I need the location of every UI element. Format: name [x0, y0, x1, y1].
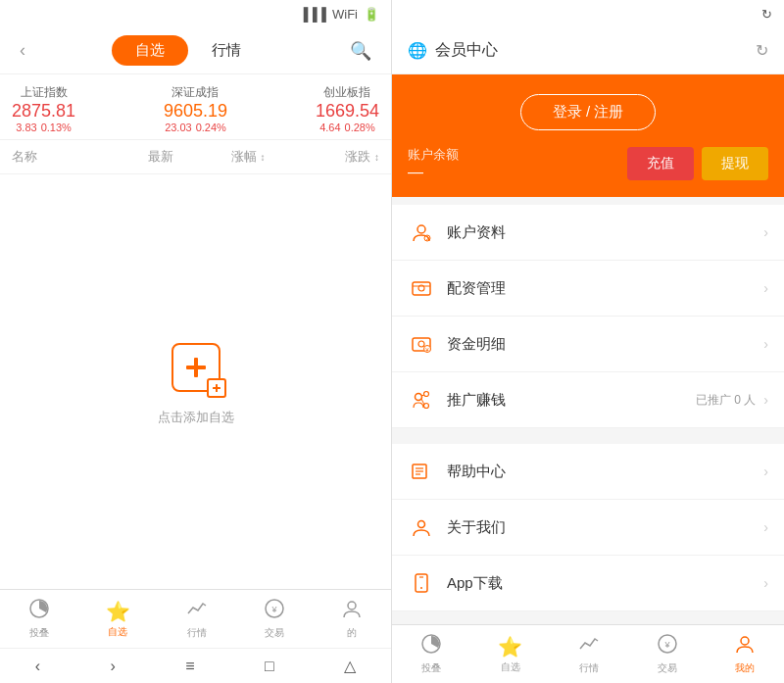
menu-promote-extra: 已推广 0 人 — [696, 392, 756, 409]
menu-help[interactable]: 帮助中心 › — [392, 444, 784, 500]
col-name: 名称 — [12, 148, 117, 166]
index-gem-change2: 0.28% — [345, 122, 375, 133]
menu-download[interactable]: App下载 › — [392, 556, 784, 611]
index-shenzhen-change1: 23.03 — [165, 122, 192, 133]
sys-home-outline[interactable]: □ — [265, 658, 274, 675]
menu-capital-mgmt-label: 配资管理 — [447, 279, 763, 298]
svg-point-18 — [416, 394, 422, 401]
right-title-text: 会员中心 — [435, 40, 498, 61]
account-label: 账户余额 — [408, 146, 459, 164]
right-refresh-button[interactable]: ↻ — [756, 41, 768, 60]
market-icon — [186, 598, 208, 624]
right-nav-mine-label: 我的 — [735, 661, 755, 675]
index-gem-change1: 4.64 — [319, 122, 340, 133]
sys-back[interactable]: ‹ — [35, 658, 40, 675]
index-shanghai-value: 2875.81 — [12, 101, 75, 122]
sort-arrow-pct[interactable]: ↕ — [260, 152, 265, 163]
account-info-icon: ✓ — [408, 219, 435, 246]
about-icon — [408, 513, 435, 541]
right-refresh-top[interactable]: ↻ — [761, 7, 772, 22]
nav-market[interactable]: 行情 — [186, 598, 208, 640]
watchlist-icon: ⭐ — [106, 600, 130, 623]
right-nav-market-label: 行情 — [579, 661, 599, 675]
right-nav-portfolio[interactable]: 投叠 — [420, 633, 442, 675]
index-shenzhen-value: 9605.19 — [164, 101, 227, 122]
login-register-button[interactable]: 登录 / 注册 — [520, 94, 657, 130]
menu-about[interactable]: 关于我们 › — [392, 500, 784, 556]
download-icon — [408, 569, 435, 597]
index-shanghai-change1: 3.83 — [16, 122, 36, 133]
svg-text:✓: ✓ — [425, 236, 430, 242]
nav-watchlist-label: 自选 — [108, 625, 127, 639]
nav-portfolio[interactable]: 投叠 — [28, 598, 50, 640]
left-navbar: ‹ 自选 行情 🔍 — [0, 27, 391, 74]
right-nav-market[interactable]: 行情 — [578, 633, 600, 675]
empty-watchlist: 点击添加自选 — [0, 174, 391, 589]
right-trade-icon: ¥ — [657, 633, 678, 659]
index-shanghai-name: 上证指数 — [21, 84, 68, 101]
col-change-val: 涨跌 ↕ — [292, 148, 379, 166]
svg-point-27 — [418, 521, 425, 528]
index-gem-name: 创业板指 — [323, 84, 370, 101]
withdraw-button[interactable]: 提现 — [702, 147, 768, 180]
index-shenzhen-name: 深证成指 — [172, 84, 219, 101]
search-button[interactable]: 🔍 — [342, 36, 379, 66]
system-bar: ‹ › ≡ □ △ — [0, 648, 391, 683]
menu-account-info[interactable]: ✓ 账户资料 › — [392, 205, 784, 261]
index-gem: 创业板指 1669.54 4.64 0.28% — [316, 84, 379, 133]
left-bottom-nav: 投叠 ⭐ 自选 行情 ¥ 交易 的 — [0, 589, 391, 648]
menu-gap — [392, 428, 784, 436]
nav-mine-label: 的 — [347, 626, 357, 640]
menu-arrow-5: › — [763, 519, 768, 535]
trade-icon: ¥ — [264, 598, 285, 624]
right-header: 🌐 会员中心 ↻ — [392, 27, 784, 74]
sys-menu[interactable]: ≡ — [185, 658, 194, 675]
recharge-button[interactable]: 充值 — [627, 147, 694, 180]
menu-promote-label: 推广赚钱 — [447, 391, 696, 410]
index-shanghai: 上证指数 2875.81 3.83 0.13% — [12, 84, 75, 133]
menu-fund-details[interactable]: ¥ 资金明细 › — [392, 317, 784, 372]
right-nav-mine[interactable]: 我的 — [734, 633, 756, 675]
sys-forward[interactable]: › — [111, 658, 116, 675]
menu-list: ✓ 账户资料 › 配资管理 › ¥ 资金明细 › 推广赚钱 — [392, 205, 784, 428]
svg-rect-3 — [213, 387, 220, 389]
left-status-bar: ▐▐▐ WiFi 🔋 — [0, 0, 391, 27]
index-shenzhen: 深证成指 9605.19 23.03 0.24% — [164, 84, 227, 133]
add-watchlist-icon-wrap[interactable] — [167, 338, 225, 397]
action-buttons: 充值 提现 — [627, 147, 768, 180]
index-shenzhen-change2: 0.24% — [196, 122, 226, 133]
tab-watchlist[interactable]: 自选 — [112, 35, 188, 66]
svg-text:¥: ¥ — [271, 605, 278, 614]
back-button[interactable]: ‹ — [12, 36, 33, 65]
right-nav-trade-label: 交易 — [658, 661, 677, 675]
col-latest: 最新 — [117, 148, 204, 166]
help-icon — [408, 458, 435, 485]
market-indices: 上证指数 2875.81 3.83 0.13% 深证成指 9605.19 23.… — [0, 74, 391, 140]
nav-market-label: 行情 — [187, 626, 207, 640]
svg-point-8 — [417, 225, 425, 233]
portfolio-icon — [28, 598, 50, 624]
add-watchlist-icon — [172, 343, 220, 392]
nav-watchlist[interactable]: ⭐ 自选 — [106, 600, 130, 639]
sys-home[interactable]: △ — [344, 657, 356, 675]
menu-promote[interactable]: 推广赚钱 已推广 0 人 › — [392, 372, 784, 428]
right-nav-trade[interactable]: ¥ 交易 — [657, 633, 678, 675]
left-panel: ▐▐▐ WiFi 🔋 ‹ 自选 行情 🔍 上证指数 2875.81 3.83 0… — [0, 0, 392, 683]
right-title-area: 🌐 会员中心 — [408, 40, 498, 61]
menu-arrow-3: › — [763, 392, 768, 408]
menu-capital-mgmt[interactable]: 配资管理 › — [392, 261, 784, 317]
index-gem-value: 1669.54 — [316, 101, 379, 122]
menu-arrow-6: › — [763, 575, 768, 591]
nav-trade[interactable]: ¥ 交易 — [264, 598, 285, 640]
tab-group: 自选 行情 — [41, 35, 334, 66]
index-shanghai-change2: 0.13% — [41, 122, 72, 133]
menu-arrow-4: › — [763, 463, 768, 479]
right-nav-watchlist[interactable]: ⭐ 自选 — [498, 635, 522, 674]
svg-point-30 — [420, 587, 422, 589]
nav-mine[interactable]: 的 — [341, 598, 363, 640]
sort-arrow-val[interactable]: ↕ — [374, 152, 379, 163]
svg-point-20 — [424, 404, 429, 409]
col-change-pct: 涨幅 ↕ — [204, 148, 291, 166]
tab-market[interactable]: 行情 — [188, 35, 265, 66]
right-nav-watchlist-label: 自选 — [501, 660, 520, 674]
